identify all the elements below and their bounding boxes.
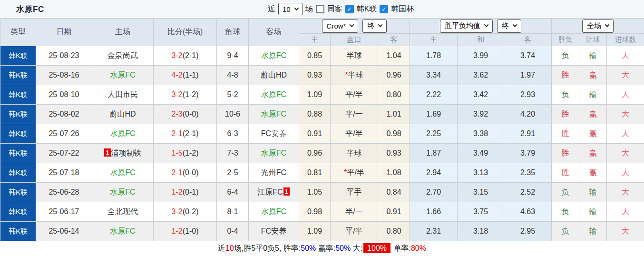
halftime-score: (0-2) [183,207,199,216]
chevron-down-icon [484,22,489,27]
league-cell: 韩K联 [0,46,36,66]
asia-home-odds: 1.09 [299,85,331,105]
euro-home-odds: 1.66 [410,202,458,222]
match-history-table: 类型 日期 主场 比分(半场) 角球 客场 Crow* 终 [0,18,644,241]
asia-away-odds: 0.93 [378,144,410,163]
team-name: 全北现代 [107,207,138,216]
home-team-cell: 水原FC [92,222,154,241]
handicap-line: 平/半 [345,129,362,138]
league-filter-label: 韩K联 [357,4,377,14]
euro-away-odds: 2.93 [504,85,552,105]
goals-result: 大 [607,183,644,202]
outcome-result: 胜 [552,124,579,144]
corners-cell: 10-6 [217,105,249,124]
date-cell: 25-08-10 [36,85,92,105]
same-away-checkbox[interactable] [316,5,324,13]
red-card-badge: 1 [104,148,110,157]
col-header-home: 主场 [92,19,154,46]
league-cell: 韩K联 [0,144,36,163]
goals-result: 大 [607,124,644,144]
score-cell: 2-1(0-0) [154,163,217,183]
team-name: 水原FC [110,71,135,79]
recent-count-select[interactable]: 10 [278,3,302,15]
table-row: 韩K联25-07-18水原FC2-1(0-0)2-5光州FC0.81*平/半1.… [0,163,644,183]
col-header-corners: 角球 [217,19,249,46]
away-team-cell: 水原FC [249,144,299,163]
league-filter-checkbox[interactable]: ✓ [345,5,354,13]
scope-select[interactable]: 全场 [582,20,614,33]
away-team-cell: 水原FC [249,202,299,222]
league-cell: 韩K联 [0,85,36,105]
euro-odds-group-header: 胜平负均值 终 [410,19,552,34]
fulltime-score: 3-2 [172,207,183,216]
score-cell: 3-2(0-2) [154,202,217,222]
table-row: 韩K联25-07-221浦项制铁1-5(1-2)7-3水原FC0.96半球0.9… [0,144,644,163]
cup-filter-checkbox[interactable]: ✓ [380,5,388,13]
euro-away-odds: 2.91 [504,124,552,144]
handicap-line: 半球 [347,149,362,157]
outcome-result: 胜 [552,144,579,163]
handicap-result: 输 [579,183,607,202]
asia-home-odds: 0.91 [299,124,331,144]
table-row: 韩K联25-07-26水原FC2-1(2-1)6-3FC安养0.91平/半0.9… [0,124,644,144]
handicap-line-cell: *半球 [331,66,378,85]
euro-odds-type-select[interactable]: 胜平负均值 [440,20,493,33]
date-cell: 25-06-14 [36,222,92,241]
summary-segment: 80% [411,244,426,252]
score-cell: 3-2(1-2) [154,85,217,105]
team-name: 蔚山HD [109,110,136,118]
date-cell: 25-08-16 [36,66,92,85]
home-team-cell: 水原FC [92,183,154,202]
summary-segment: 大: [351,244,362,252]
recent-count-value: 10 [283,5,291,13]
same-away-label: 同客 [327,4,342,14]
handicap-result: 赢 [579,105,607,124]
away-team-cell: 江原FC1 [249,183,299,202]
chevron-down-icon [294,6,299,10]
bookmaker-select[interactable]: Crow* [322,20,359,33]
home-team-cell: 金泉尚武 [92,46,154,66]
matches-label: 场 [305,4,313,14]
summary-segment: 50% [335,244,351,252]
result-group-header: 全场 [552,19,644,34]
date-cell: 25-07-18 [36,163,92,183]
euro-draw-odds: 3.75 [458,202,504,222]
handicap-result: 输 [579,222,607,241]
team-name: 水原FC [110,129,135,138]
fulltime-score: 2-1 [172,168,183,177]
league-cell: 韩K联 [0,105,36,124]
handicap-line-cell: 平手 [331,183,378,202]
score-cell: 1-5(1-2) [154,144,217,163]
euro-home-odds: 2.25 [410,124,458,144]
euro-odds-time-select[interactable]: 终 [497,20,521,33]
handicap-result: 赢 [579,163,607,183]
chevron-down-icon [378,22,383,27]
team-name: 水原FC [110,188,135,196]
league-cell: 韩K联 [0,222,36,241]
goals-result: 大 [607,163,644,183]
date-cell: 25-08-23 [36,46,92,66]
asia-home-odds: 0.96 [299,144,331,163]
euro-draw-odds: 3.42 [458,85,504,105]
team-name: 光州FC [261,168,286,177]
asia-home-odds: 0.81 [299,163,331,183]
asia-odds-time-select[interactable]: 终 [362,20,387,33]
outcome-result: 负 [552,183,579,202]
sub-header-asia-home: 主 [299,34,331,46]
euro-odds-type-value: 胜平负均值 [445,21,480,30]
league-cell: 韩K联 [0,163,36,183]
col-header-type: 类型 [0,19,36,46]
score-cell: 1-2(1-0) [154,222,217,241]
euro-away-odds: 4.63 [504,202,552,222]
team-name: FC安养 [261,227,286,235]
euro-away-odds: 2.95 [504,222,552,241]
table-row: 韩K联25-08-23金泉尚武3-2(2-1)9-4水原FC0.85半球1.04… [0,46,644,66]
asia-away-odds: 0.84 [378,183,410,202]
handicap-line: 平/半 [345,90,362,98]
away-team-cell: 光州FC [249,163,299,183]
halftime-score: (2-1) [183,129,199,138]
sub-header-handicap-result: 让球 [579,34,607,46]
asia-home-odds: 0.98 [299,202,331,222]
handicap-line: 半球 [347,51,362,59]
euro-away-odds: 2.52 [504,183,552,202]
